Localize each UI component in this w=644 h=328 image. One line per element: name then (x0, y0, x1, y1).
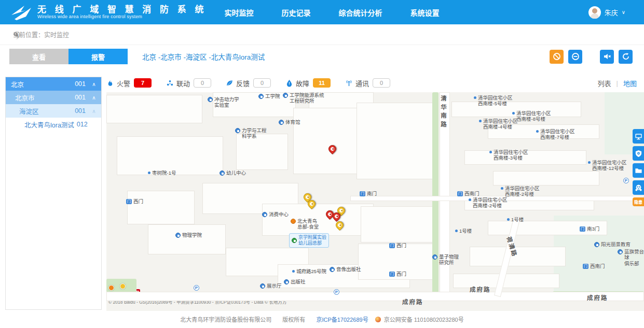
poi-dot-icon (469, 198, 471, 201)
leaf-icon (226, 79, 234, 87)
region-tree: 北京 001 ∧ 北京市 001 ∧ 海淀区 001 ∧ 北大青鸟lora测试 … (5, 77, 102, 310)
circle-minus-icon (571, 52, 580, 61)
map-poi: 量子物理 研究所 (432, 254, 459, 266)
comm-count-badge: 0 (373, 78, 390, 88)
nav-statistics[interactable]: 综合统计分析 (339, 7, 382, 18)
device-count: 001 (75, 94, 86, 101)
poi-icon (432, 254, 437, 260)
map-poi: 消费中心 (262, 211, 289, 217)
shield-gear-icon (635, 150, 642, 158)
device-count: 001 (75, 80, 86, 88)
icp-link[interactable]: 京ICP备17022689号 (316, 317, 368, 323)
refresh-icon (622, 52, 630, 61)
poi-icon (235, 128, 240, 133)
security-button[interactable] (633, 146, 644, 161)
filter-fault[interactable]: 故障 11 (285, 78, 331, 88)
tree-item-haidian[interactable]: 海淀区 001 ∧ (6, 104, 101, 118)
poi-label: 清华园住宅小区 西南楼-2号楼 (505, 186, 540, 197)
gate-icon: 门 (126, 199, 132, 204)
company-name: 北大青鸟环宇消防设备股份有限公司 (180, 317, 271, 323)
map-control-dot[interactable] (108, 285, 114, 291)
police-badge-icon (375, 317, 381, 322)
map-poi: 门西南门 (457, 191, 479, 196)
droplet-icon (285, 79, 293, 87)
alarm-filters: 火警 7 联动 0 反馈 0 故障 11 通讯 0 列表 | (106, 76, 644, 90)
poi-label: 音像出版社 (336, 266, 361, 272)
circle-minus-button[interactable] (568, 50, 582, 64)
poi-icon (594, 242, 599, 247)
ban-button[interactable] (550, 50, 564, 64)
folder-icon (635, 167, 642, 175)
tree-item-lora-test[interactable]: 北大青鸟lora测试 012 (6, 118, 101, 131)
poi-label: 工学院 (265, 93, 280, 99)
monitor-icon (635, 133, 642, 140)
poi-label: 京学附属实验 幼儿园总部 (298, 235, 326, 246)
map-poi: P (334, 289, 341, 295)
poi-label: 幼儿中心 (226, 170, 246, 176)
poi-label: 南3门 (587, 226, 599, 232)
copyright: 版权所有 (282, 317, 305, 323)
map-poi: 清华园住宅小区 西南楼-7号楼 (536, 129, 575, 140)
poi-label: 清华园住宅小区 西南楼-8号楼 (516, 110, 551, 122)
map-poi: 工学院 (258, 93, 280, 99)
poi-label: 展示厅 (267, 283, 282, 289)
poi-icon (262, 212, 267, 217)
app-title: 无 线 广 域 智 慧 消 防 系 统 (37, 5, 207, 15)
poi-label: 阳光丽景教育 (601, 241, 631, 247)
view-map-link[interactable]: 地图 (623, 78, 637, 88)
poi-label: 蓝旗营台球 俱乐部 (624, 249, 644, 266)
app-subtitle: Wireless wide area intelligent fire cont… (37, 15, 207, 19)
gate-icon: 门 (389, 243, 395, 248)
device-count: 012 (77, 121, 88, 128)
map-poi: 音像出版社 (330, 266, 361, 272)
flame-icon (106, 79, 114, 87)
poi-label: 南门 (367, 191, 377, 196)
poi-dot-icon (501, 187, 503, 190)
monitor-button[interactable] (633, 129, 644, 144)
poi-dot-icon (455, 230, 458, 232)
filter-fire[interactable]: 火警 7 (106, 78, 152, 88)
poi-dot-icon (489, 151, 492, 153)
tree-item-beijing-city[interactable]: 北京市 001 ∧ (6, 91, 101, 104)
chevron-up-icon: ∧ (91, 81, 97, 87)
map-road (106, 292, 644, 301)
map-poi: P (194, 285, 201, 291)
tab-alarm[interactable]: 报警 (68, 49, 128, 64)
map-poi: 1号楼 (455, 228, 472, 234)
mute-button[interactable] (600, 50, 614, 64)
poi-dot-icon (292, 270, 295, 273)
archive-button[interactable] (633, 163, 644, 178)
user-name: 朱庆 (605, 7, 618, 17)
nav-history[interactable]: 历史记录 (282, 7, 311, 18)
nav-realtime[interactable]: 实时监控 (225, 7, 254, 18)
poi-icon (175, 233, 181, 238)
nav-settings[interactable]: 系统设置 (410, 7, 440, 18)
poi-label: 1号楼 (511, 217, 524, 222)
poi-icon (618, 249, 623, 254)
user-menu[interactable]: 朱庆 ∨ (588, 6, 625, 19)
parking-icon: P (623, 178, 629, 183)
poi-icon (291, 219, 296, 224)
poi-label: 清华园住宅小区 西南楼-5号楼 (478, 95, 513, 107)
tree-item-beijing[interactable]: 北京 001 ∧ (6, 77, 101, 91)
poi-dot-icon (588, 161, 591, 164)
refresh-button[interactable] (619, 50, 633, 64)
map-control-dot[interactable] (120, 283, 126, 289)
road-label: 清华南路 (439, 95, 447, 130)
poi-icon (260, 283, 265, 289)
filter-linkage[interactable]: 联动 0 (166, 78, 211, 88)
map-poi: 清华园住宅小区 西南楼-4号楼 (479, 118, 518, 130)
map-poi: 京学附属实验 幼儿园总部 (289, 233, 329, 248)
filter-comm[interactable]: 通讯 0 (345, 78, 390, 88)
gas-mask-button[interactable] (633, 180, 644, 195)
filter-feedback[interactable]: 反馈 0 (226, 78, 271, 88)
poi-label: 清华园住宅小区 西南楼-2号楼 (473, 197, 508, 209)
mute-icon (603, 52, 611, 61)
poi-icon (283, 93, 288, 98)
poi-icon (220, 170, 225, 176)
hidden-danger-button[interactable]: 隐患 (633, 197, 644, 206)
view-list-link[interactable]: 列表 (598, 78, 611, 88)
map-canvas[interactable]: Bai 度 地图 © 2018 Baidu - GS(2016)2089号 - … (106, 92, 644, 311)
tab-view[interactable]: 查看 (9, 49, 68, 64)
poi-dot-icon (479, 120, 482, 122)
